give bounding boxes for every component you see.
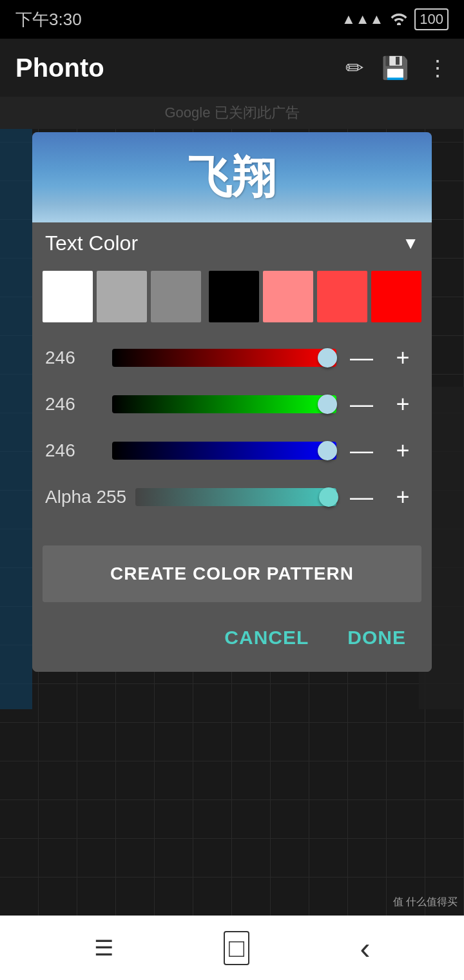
- create-color-pattern-button[interactable]: CREATE COLOR PATTERN: [43, 545, 421, 602]
- text-color-label: Text Color: [45, 231, 138, 255]
- nav-bar: ☰ □ ‹: [0, 916, 464, 980]
- text-preview: 飞翔: [32, 132, 432, 222]
- signal-icon: ▲▲▲: [342, 11, 383, 28]
- battery-icon: 100: [414, 8, 449, 30]
- dropdown-arrow-icon: ▼: [402, 233, 419, 253]
- red-value-label: 246: [45, 348, 103, 368]
- red-increase-button[interactable]: +: [387, 342, 419, 374]
- nav-home-icon[interactable]: □: [224, 931, 249, 965]
- blue-slider-row: 246 — +: [45, 435, 419, 467]
- alpha-increase-button[interactable]: +: [387, 481, 419, 513]
- alpha-slider-thumb[interactable]: [319, 487, 338, 507]
- done-button[interactable]: DONE: [341, 623, 412, 652]
- red-slider-thumb[interactable]: [318, 348, 337, 368]
- wifi-icon: [390, 10, 408, 29]
- status-time: 下午3:30: [15, 8, 82, 31]
- swatch-dark-gray[interactable]: [151, 271, 201, 322]
- green-increase-button[interactable]: +: [387, 388, 419, 420]
- swatch-white[interactable]: [43, 271, 93, 322]
- blue-decrease-button[interactable]: —: [345, 435, 378, 467]
- watermark: 值 什么值得买: [393, 896, 458, 909]
- dialog-overlay: 飞翔 Text Color ▼ 246: [0, 97, 464, 980]
- app-toolbar: Phonto ✏ 💾 ⋮: [0, 39, 464, 97]
- sliders-section: 246 — + 246 — +: [32, 335, 432, 540]
- red-slider-track: [112, 349, 336, 367]
- status-icons: ▲▲▲ 100: [342, 8, 449, 30]
- toolbar-actions: ✏ 💾 ⋮: [345, 55, 449, 81]
- swatch-black[interactable]: [209, 271, 259, 322]
- green-slider-thumb[interactable]: [318, 395, 337, 414]
- red-decrease-button[interactable]: —: [345, 342, 378, 374]
- green-decrease-button[interactable]: —: [345, 388, 378, 420]
- alpha-slider-row: Alpha 255 — +: [45, 481, 419, 513]
- red-slider-row: 246 — +: [45, 342, 419, 374]
- blue-value-label: 246: [45, 440, 103, 461]
- alpha-value-label: Alpha 255: [45, 487, 126, 507]
- create-color-pattern-label: CREATE COLOR PATTERN: [110, 564, 354, 583]
- green-value-label: 246: [45, 394, 103, 415]
- nav-menu-icon[interactable]: ☰: [94, 935, 113, 961]
- status-bar: 下午3:30 ▲▲▲ 100: [0, 0, 464, 39]
- green-slider-container[interactable]: [112, 393, 336, 416]
- nav-back-icon[interactable]: ‹: [360, 930, 370, 966]
- green-slider-track: [112, 395, 336, 413]
- dialog-footer: CANCEL DONE: [32, 607, 432, 672]
- blue-slider-track: [112, 442, 336, 460]
- swatch-light-red[interactable]: [263, 271, 313, 322]
- swatches-row: [32, 264, 432, 335]
- text-color-header[interactable]: Text Color ▼: [32, 222, 432, 264]
- color-dialog: 飞翔 Text Color ▼ 246: [32, 132, 432, 672]
- swatch-medium-red[interactable]: [317, 271, 367, 322]
- alpha-slider-track: [135, 488, 336, 506]
- more-icon[interactable]: ⋮: [427, 55, 449, 81]
- cancel-button[interactable]: CANCEL: [218, 623, 315, 652]
- green-slider-row: 246 — +: [45, 388, 419, 420]
- blue-slider-thumb[interactable]: [318, 441, 337, 460]
- swatch-red[interactable]: [371, 271, 421, 322]
- blue-increase-button[interactable]: +: [387, 435, 419, 467]
- alpha-slider-container[interactable]: [135, 485, 336, 509]
- save-icon[interactable]: 💾: [382, 55, 409, 81]
- blue-slider-container[interactable]: [112, 439, 336, 462]
- alpha-decrease-button[interactable]: —: [345, 481, 378, 513]
- swatch-light-gray[interactable]: [97, 271, 147, 322]
- edit-icon[interactable]: ✏: [345, 55, 363, 81]
- preview-text: 飞翔: [188, 148, 276, 207]
- app-title: Phonto: [15, 54, 104, 83]
- red-slider-container[interactable]: [112, 346, 336, 369]
